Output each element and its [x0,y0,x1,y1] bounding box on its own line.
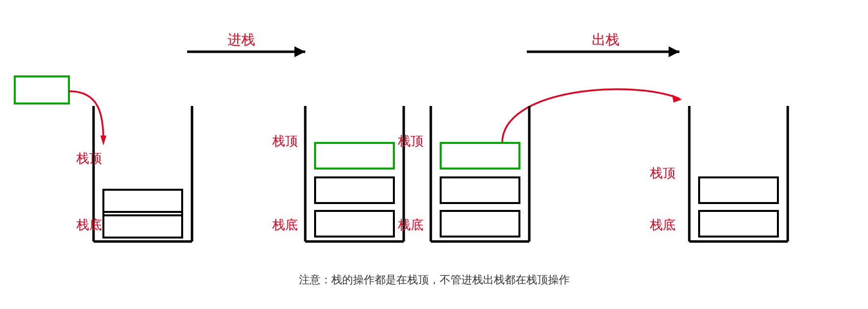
svg-text:栈顶: 栈顶 [76,151,102,166]
svg-marker-10 [294,46,305,57]
svg-text:进栈: 进栈 [227,32,255,47]
svg-text:栈底: 栈底 [397,218,423,232]
svg-text:栈底: 栈底 [649,218,675,232]
svg-rect-16 [315,211,394,237]
svg-rect-27 [441,177,519,203]
stack-diagram-svg: 栈顶 栈底 进栈 栈顶 栈底 出栈 栈顶 [0,0,868,309]
diagram-container: 栈顶 栈底 进栈 栈顶 栈底 出栈 栈顶 [0,0,868,309]
svg-rect-28 [441,211,519,237]
svg-text:栈顶: 栈顶 [397,134,423,148]
svg-marker-22 [672,95,682,103]
svg-text:栈顶: 栈顶 [649,166,675,180]
svg-text:注意：栈的操作都是在栈顶，不管进栈出栈都在栈顶操作: 注意：栈的操作都是在栈顶，不管进栈出栈都在栈顶操作 [299,274,570,286]
svg-text:栈底: 栈底 [76,218,102,232]
svg-rect-15 [315,177,394,203]
svg-rect-26 [441,143,519,169]
svg-rect-35 [699,211,778,237]
svg-rect-14 [315,143,394,169]
push-element-box [15,76,69,103]
svg-text:栈顶: 栈顶 [272,134,298,148]
svg-marker-21 [669,46,679,57]
svg-marker-0 [100,136,106,145]
svg-text:栈底: 栈底 [272,218,298,232]
svg-rect-34 [699,177,778,203]
svg-text:出栈: 出栈 [592,32,619,47]
